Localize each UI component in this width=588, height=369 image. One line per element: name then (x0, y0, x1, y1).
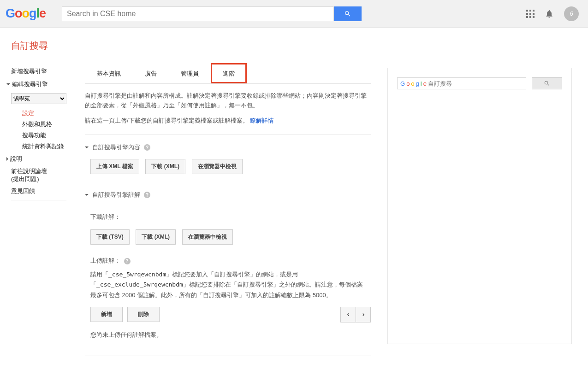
intro-paragraph-2-text: 請在這一頁上傳/下載您的自訂搜尋引擎定義檔案或註解檔案。 (85, 117, 249, 124)
section-content-title: 自訂搜尋引擎內容 (92, 143, 140, 152)
help-icon[interactable]: ? (124, 258, 131, 264)
sidebar-divider (11, 200, 66, 200)
upload-anno-label-text: 上傳註解： (90, 257, 120, 264)
embed-box: Google (387, 68, 572, 344)
help-icon[interactable]: ? (144, 192, 150, 198)
sidebar-forum-line1: 前往說明論壇 (11, 168, 47, 175)
content-button-row: 上傳 XML 檔案 下載 (XML) 在瀏覽器中檢視 (85, 157, 371, 182)
view-browser-button[interactable]: 在瀏覽器中檢視 (192, 159, 243, 174)
top-bar: Google 6 (0, 0, 588, 28)
sidebar-item-settings[interactable]: 設定 (22, 108, 80, 119)
help-text-a: 請用「 (90, 271, 108, 278)
download-anno-label: 下載註解： (85, 205, 371, 224)
exclude-label-code: _cse_exclude_5wrqewcnbdm (96, 281, 183, 288)
content: 基本資訊 廣告 管理員 進階 自訂搜尋引擎是由註解和內容所構成。註解決定著搜尋引… (80, 63, 375, 369)
help-icon[interactable]: ? (144, 144, 150, 151)
engine-select[interactable]: 鵠學苑 (11, 93, 66, 104)
tab-ads[interactable]: 廣告 (133, 63, 169, 83)
anno-action-row: 新增 刪除 (85, 300, 371, 327)
pager (340, 307, 371, 322)
sidebar-edit-engine-label: 編輯搜尋引擎 (12, 80, 48, 88)
preview-panel: Google (387, 63, 572, 369)
embed-search-button[interactable] (532, 77, 562, 89)
section-anno-header[interactable]: 自訂搜尋引擎註解 ? (85, 182, 371, 205)
sidebar-forum-line2: (提出問題) (11, 176, 39, 182)
sidebar-sublist: 設定 外觀和風格 搜尋功能 統計資料與記錄 (6, 108, 80, 152)
search-input[interactable] (62, 6, 334, 21)
intro-paragraph-1: 自訂搜尋引擎是由註解和內容所構成。註解決定著搜尋引擎要收錄或排除哪些網站；內容則… (85, 84, 371, 111)
include-label-code: _cse_5wrqewcnbdm (108, 271, 166, 278)
search-icon (544, 80, 550, 87)
sidebar-item-stats[interactable]: 統計資料與記錄 (22, 141, 80, 152)
upload-help-text: 請用「_cse_5wrqewcnbdm」標記您要加入「自訂搜尋引擎」的網站，或是… (85, 268, 371, 300)
delete-button[interactable]: 刪除 (127, 307, 160, 322)
search-icon (344, 10, 351, 18)
learn-more-link[interactable]: 瞭解詳情 (250, 117, 274, 124)
sidebar-help-label: 說明 (10, 155, 22, 163)
download-anno-row: 下載 (TSV) 下載 (XML) 在瀏覽器中檢視 (85, 224, 371, 253)
download-tsv-button[interactable]: 下載 (TSV) (90, 229, 130, 245)
sidebar: 新增搜尋引擎 編輯搜尋引擎 鵠學苑 設定 外觀和風格 搜尋功能 統計資料與記錄 … (6, 63, 80, 369)
sidebar-edit-engine[interactable]: 編輯搜尋引擎 (6, 77, 80, 91)
tab-basic[interactable]: 基本資訊 (85, 63, 133, 83)
pager-prev-button[interactable] (341, 307, 356, 322)
search-button[interactable] (334, 6, 362, 21)
page-title: 自訂搜尋 (0, 28, 588, 63)
caret-down-icon (85, 194, 89, 196)
search-bar (62, 6, 362, 21)
intro-paragraph-2: 請在這一頁上傳/下載您的自訂搜尋引擎定義檔案或註解檔案。 瞭解詳情 (85, 111, 371, 126)
embed-search: Google (397, 77, 562, 89)
empty-message: 您尚未上傳任何註解檔案。 (85, 327, 371, 342)
apps-icon[interactable] (526, 10, 535, 18)
upload-anno-label: 上傳註解： ? (85, 253, 371, 268)
add-button[interactable]: 新增 (90, 307, 123, 322)
sidebar-feedback[interactable]: 意見回饋 (6, 185, 80, 197)
google-logo[interactable]: Google (6, 6, 48, 21)
embed-search-input[interactable] (428, 80, 523, 87)
sidebar-forum[interactable]: 前往說明論壇 (提出問題) (6, 166, 80, 185)
sidebar-item-search[interactable]: 搜尋功能 (22, 130, 80, 141)
upload-xml-button[interactable]: 上傳 XML 檔案 (90, 159, 139, 174)
sidebar-help[interactable]: 說明 (6, 152, 80, 166)
sidebar-add-engine[interactable]: 新增搜尋引擎 (6, 65, 80, 77)
chevron-left-icon (346, 311, 350, 318)
avatar[interactable]: 6 (564, 6, 579, 21)
caret-right-icon (6, 157, 8, 161)
section-anno-title: 自訂搜尋引擎註解 (92, 191, 140, 199)
view-browser-anno-button[interactable]: 在瀏覽器中檢視 (182, 229, 233, 245)
sidebar-item-look[interactable]: 外觀和風格 (22, 119, 80, 130)
caret-down-icon (6, 83, 10, 85)
section-content-header[interactable]: 自訂搜尋引擎內容 ? (85, 135, 371, 157)
caret-down-icon (85, 146, 89, 148)
download-xml-button[interactable]: 下載 (XML) (145, 159, 185, 174)
settings-tabs: 基本資訊 廣告 管理員 進階 (85, 63, 371, 84)
pager-next-button[interactable] (356, 307, 370, 322)
topbar-right: 6 (526, 6, 579, 21)
tab-admin[interactable]: 管理員 (169, 63, 211, 83)
embed-input-wrapper[interactable]: Google (397, 77, 526, 89)
bottom-divider (85, 356, 371, 356)
bell-icon[interactable] (545, 9, 554, 18)
download-xml-anno-button[interactable]: 下載 (XML) (136, 229, 176, 245)
chevron-right-icon (361, 311, 366, 318)
tab-advanced[interactable]: 進階 (211, 63, 247, 83)
